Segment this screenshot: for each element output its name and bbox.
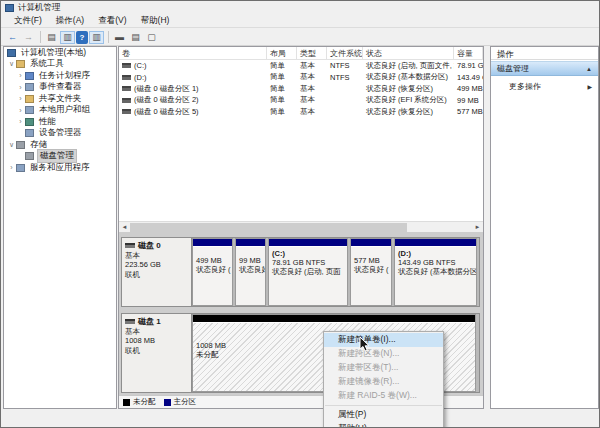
expander-icon[interactable]: › — [16, 107, 25, 114]
horizontal-scrollbar[interactable]: ◄ ► — [119, 221, 483, 232]
disk-icon — [125, 319, 135, 324]
primary-partition-bar — [193, 239, 232, 247]
table-row[interactable]: (磁盘 0 磁盘分区 5) 简单 基本 状态良好 (恢复分区) 577 MB — [119, 106, 483, 118]
tree-item-device-manager[interactable]: 设备管理器 — [4, 128, 116, 140]
expander-icon[interactable]: › — [16, 72, 25, 79]
expander-icon[interactable]: ∨ — [7, 141, 16, 149]
actions-header: 操作 — [491, 47, 598, 60]
disk0-strip: 磁盘 0 基本 223.56 GB 联机 499 MB状态良好 ( 99 MB状… — [121, 237, 480, 307]
unallocated-swatch — [123, 399, 130, 406]
up-level-icon[interactable]: ▤ — [44, 31, 59, 44]
menu-item-new-spanned-volume: 新建跨区卷(N)... — [324, 347, 443, 361]
volume-icon — [122, 75, 131, 80]
actions-panel: 操作 磁盘管理 ▲ 更多操作 ▶ — [490, 46, 599, 409]
expander-icon[interactable]: › — [7, 164, 16, 171]
performance-icon — [25, 118, 34, 126]
tree-item-event-viewer[interactable]: › 事件查看器 — [4, 82, 116, 94]
scroll-left-icon[interactable]: ◄ — [119, 224, 130, 230]
actions-group-disk-management[interactable]: 磁盘管理 ▲ — [491, 61, 598, 76]
menu-item-new-mirrored-volume: 新建镜像卷(R)... — [324, 375, 443, 389]
column-type[interactable]: 类型 — [297, 47, 327, 59]
volume-icon — [122, 86, 131, 91]
tree-item-task-scheduler[interactable]: › 任务计划程序 — [4, 70, 116, 82]
disk0-partitions: 499 MB状态良好 ( 99 MB状态良好 (C:)78.91 GB NTFS… — [192, 238, 480, 306]
partition-recovery-499mb[interactable]: 499 MB状态良好 ( — [192, 238, 233, 306]
computer-icon — [7, 49, 16, 57]
partition-recovery-577mb[interactable]: 577 MB状态良好 ( — [350, 238, 392, 306]
expander-icon[interactable]: › — [16, 84, 25, 91]
menu-item-new-simple-volume[interactable]: 新建简单卷(I)... — [324, 333, 443, 347]
tree-item-local-users-groups[interactable]: › 本地用户和组 — [4, 105, 116, 117]
column-filesystem[interactable]: 文件系统 — [327, 47, 363, 59]
menu-action[interactable]: 操作(A) — [49, 15, 91, 27]
report-icon[interactable]: ▤ — [128, 31, 143, 44]
tree-item-services-applications[interactable]: › 服务和应用程序 — [4, 162, 116, 174]
column-volume[interactable]: 卷 — [119, 47, 267, 59]
system-tools-icon — [16, 60, 25, 68]
menu-view[interactable]: 查看(V) — [91, 15, 133, 27]
volume-icon — [122, 98, 131, 103]
primary-partition-bar — [351, 239, 391, 247]
tree-item-computer-management[interactable]: 计算机管理(本地) — [4, 47, 116, 59]
menu-item-properties[interactable]: 属性(P) — [324, 408, 443, 422]
volume-icon — [122, 63, 131, 68]
volume-list: 卷 布局 类型 文件系统 状态 容量 (C:) 简单 基本 NTFS 状态良好 … — [119, 47, 483, 221]
partition-c-drive[interactable]: (C:)78.91 GB NTFS状态良好 (启动, 页面 — [268, 238, 348, 306]
tree-item-disk-management[interactable]: 磁盘管理 — [4, 151, 116, 163]
back-icon[interactable]: ← — [5, 31, 20, 44]
primary-partition-bar — [395, 239, 476, 247]
submenu-arrow-icon: ▶ — [587, 83, 592, 90]
disk0-label[interactable]: 磁盘 0 基本 223.56 GB 联机 — [122, 238, 192, 306]
menu-item-new-raid5-volume: 新建 RAID-5 卷(W)... — [324, 389, 443, 403]
table-row[interactable]: (D:) 简单 基本 NTFS 状态良好 (基本数据分区) 143.49 GB — [119, 72, 483, 84]
disk-icon[interactable]: ▬ — [112, 31, 127, 44]
unallocated-context-menu: 新建简单卷(I)... 新建跨区卷(N)... 新建带区卷(T)... 新建镜像… — [323, 331, 444, 428]
more-actions-item[interactable]: 更多操作 ▶ — [491, 79, 598, 93]
collapse-icon[interactable]: ▲ — [586, 66, 592, 72]
forward-icon[interactable]: → — [21, 31, 36, 44]
expander-icon[interactable]: › — [16, 95, 25, 102]
app-icon — [5, 4, 14, 12]
computer-management-window: 计算机管理 文件(F) 操作(A) 查看(V) 帮助(H) ← → ▤ ▥ ? … — [0, 0, 600, 428]
primary-partition-bar — [269, 239, 347, 247]
local-users-groups-icon — [25, 106, 34, 114]
tree-item-shared-folders[interactable]: › 共享文件夹 — [4, 93, 116, 105]
window-icon[interactable]: ▢ — [144, 31, 159, 44]
help-icon[interactable]: ? — [76, 31, 88, 44]
partition-d-drive[interactable]: (D:)143.49 GB NTFS状态良好 (基本数据分区 — [394, 238, 477, 306]
disk1-label[interactable]: 磁盘 1 基本 1008 MB 联机 — [122, 314, 192, 392]
tree-item-performance[interactable]: › 性能 — [4, 116, 116, 128]
expander-icon[interactable]: › — [16, 118, 25, 125]
menu-file[interactable]: 文件(F) — [7, 15, 49, 27]
partition-efi-99mb[interactable]: 99 MB状态良好 — [235, 238, 266, 306]
table-row[interactable]: (磁盘 0 磁盘分区 2) 简单 基本 状态良好 (EFI 系统分区) 99 M… — [119, 95, 483, 107]
tree-item-system-tools[interactable]: ∨ 系统工具 — [4, 59, 116, 71]
disk-management-icon — [25, 152, 34, 160]
action-pane-icon[interactable]: ▥ — [89, 31, 104, 44]
title-bar: 计算机管理 — [1, 1, 599, 15]
primary-partition-swatch — [164, 399, 171, 406]
services-applications-icon — [16, 164, 25, 172]
console-tree-panel: 计算机管理(本地) ∨ 系统工具 › 任务计划程序 › 事件查看器 › 共享文件… — [3, 46, 117, 409]
scrollbar-thumb[interactable] — [130, 223, 407, 232]
column-layout[interactable]: 布局 — [267, 47, 297, 59]
column-capacity[interactable]: 容量 — [454, 47, 483, 59]
toolbar-separator — [108, 31, 109, 43]
expander-icon[interactable]: ∨ — [7, 60, 16, 68]
window-bottom-strip — [1, 409, 599, 427]
menu-help[interactable]: 帮助(H) — [134, 15, 177, 27]
disk-icon — [125, 243, 135, 248]
console-tree-icon[interactable]: ▥ — [60, 31, 75, 44]
table-row[interactable]: (磁盘 0 磁盘分区 1) 简单 基本 状态良好 (恢复分区) 499 MB — [119, 83, 483, 95]
table-row[interactable]: (C:) 简单 基本 NTFS 状态良好 (启动, 页面文件, 故障转储, 基本… — [119, 60, 483, 72]
window-title: 计算机管理 — [18, 2, 61, 14]
volume-list-header: 卷 布局 类型 文件系统 状态 容量 — [119, 47, 483, 60]
menu-item-new-striped-volume: 新建带区卷(T)... — [324, 361, 443, 375]
event-viewer-icon — [25, 83, 34, 91]
menu-item-help[interactable]: 帮助(H) — [324, 422, 443, 428]
legend-unallocated: 未分配 — [123, 397, 156, 407]
toolbar-separator — [40, 31, 41, 43]
scroll-right-icon[interactable]: ► — [472, 224, 483, 230]
column-status[interactable]: 状态 — [363, 47, 454, 59]
volume-icon — [122, 109, 131, 114]
